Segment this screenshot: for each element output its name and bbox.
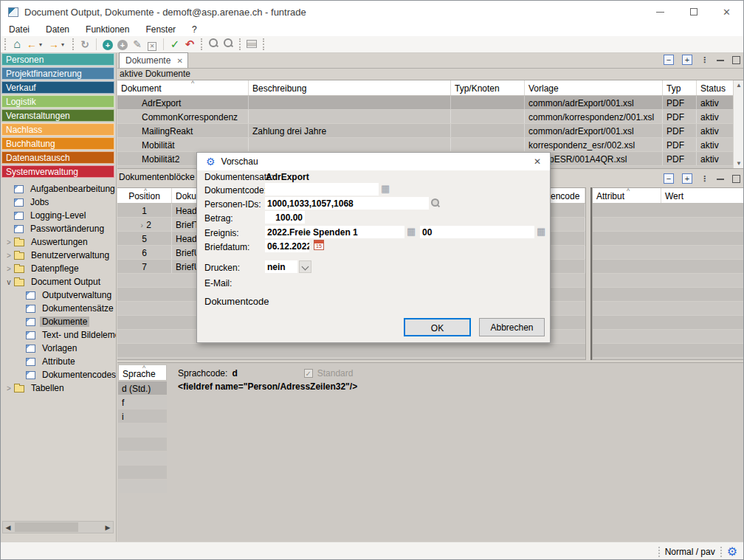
expand-all-icon[interactable]: + <box>682 173 692 184</box>
minimize-button[interactable] <box>644 1 677 23</box>
tree-item-jobs[interactable]: Jobs <box>1 196 116 209</box>
expand-all-icon[interactable]: + <box>682 55 692 65</box>
pane-grip-icon[interactable]: ⋮ <box>700 55 709 65</box>
tree-item-logging-level[interactable]: Logging-Level <box>1 209 116 222</box>
edit-icon[interactable]: ✎ <box>130 37 145 52</box>
language-row-i[interactable]: i <box>118 409 167 423</box>
home-icon[interactable]: ⌂ <box>10 37 24 52</box>
add-secondary-icon[interactable]: + <box>117 40 128 50</box>
sidebar-horizontal-scrollbar[interactable]: ◀ ▶ <box>2 521 114 533</box>
refresh-icon[interactable]: ↻ <box>78 37 92 52</box>
collapse-all-icon[interactable]: − <box>664 173 674 184</box>
dialog-close-icon[interactable]: ✕ <box>534 156 541 167</box>
chevron-right-icon[interactable]: > <box>4 384 14 393</box>
tree-item-passwortaenderung[interactable]: Passwortänderung <box>1 222 116 235</box>
person-search-icon[interactable] <box>430 198 441 208</box>
tree-item-aufgabenbearbeitung[interactable]: Aufgabenbearbeitung <box>1 182 116 196</box>
column-dokument[interactable]: Dokument^ <box>117 80 249 95</box>
tree-item-dokumentencodes[interactable]: Dokumentencodes <box>1 368 116 381</box>
column-status[interactable]: Status <box>697 80 734 95</box>
maximize-button[interactable] <box>677 1 710 23</box>
scroll-right-icon[interactable]: ▶ <box>103 524 113 531</box>
column-dokumentencode[interactable]: encode <box>551 191 579 201</box>
briefdatum-input[interactable]: 06.12.2022 <box>265 240 309 252</box>
table-row[interactable]: AdrExport common/adrExport/001.xsl PDF a… <box>117 96 744 110</box>
confirm-icon[interactable]: ✓ <box>168 37 182 52</box>
chevron-right-icon[interactable]: > <box>4 252 14 260</box>
tree-item-vorlagen[interactable]: Vorlagen <box>1 342 116 355</box>
lookup-grid-icon[interactable]: ▦ <box>407 227 416 236</box>
cancel-button[interactable]: Abbrechen <box>479 318 545 336</box>
sidebar-category-veranstaltungen[interactable]: Veranstaltungen <box>1 109 114 122</box>
ok-button[interactable]: OK <box>404 318 471 336</box>
pane-minimize-icon[interactable] <box>717 60 724 61</box>
sidebar-category-buchhaltung[interactable]: Buchhaltung <box>1 137 114 150</box>
table-row[interactable]: CommonKorrespondenz common/korrespondenz… <box>117 110 744 124</box>
pane-grip-icon[interactable]: ⋮ <box>700 174 709 184</box>
tree-item-auswertungen[interactable]: >Auswertungen <box>1 235 116 249</box>
ereignis-code-input[interactable]: 00 <box>420 226 534 238</box>
tree-item-tabellen[interactable]: >Tabellen <box>1 381 116 395</box>
menu-funktionen[interactable]: Funktionen <box>78 24 137 35</box>
column-attribut[interactable]: Attribut^ <box>593 188 661 203</box>
back-icon[interactable]: ← <box>24 37 39 52</box>
tab-close-icon[interactable]: ✕ <box>176 57 182 65</box>
expand-row-icon[interactable]: › <box>137 221 146 229</box>
add-icon[interactable]: + <box>103 40 113 50</box>
pane-splitter[interactable] <box>586 187 592 360</box>
tab-dokumente[interactable]: Dokumente ✕ <box>119 52 188 68</box>
delete-icon[interactable]: ✕ <box>148 42 156 51</box>
tree-item-dokumentensaetze[interactable]: Dokumentensätze <box>1 302 116 315</box>
scroll-down-icon[interactable]: ▼ <box>736 160 742 167</box>
chevron-right-icon[interactable]: > <box>4 238 14 246</box>
forward-dropdown-icon[interactable]: ▾ <box>61 41 69 48</box>
lookup-grid-icon[interactable]: ▦ <box>537 227 545 236</box>
betrag-input[interactable]: 100.00 <box>265 211 305 224</box>
search-secondary-icon[interactable] <box>223 38 233 48</box>
back-dropdown-icon[interactable]: ▾ <box>39 41 46 48</box>
sidebar-category-logistik[interactable]: Logistik <box>1 95 114 108</box>
dokumentcode-input[interactable] <box>265 183 379 196</box>
print-icon[interactable] <box>247 40 257 48</box>
tree-item-document-output[interactable]: vDocument Output <box>1 275 116 288</box>
forward-icon[interactable]: → <box>46 37 61 52</box>
table-row[interactable]: MailingReakt Zahlung drei Jahre common/a… <box>117 124 744 138</box>
documents-vertical-scrollbar[interactable]: ▲ ▼ <box>733 80 744 168</box>
sidebar-category-systemverwaltung[interactable]: Systemverwaltung <box>1 165 114 178</box>
scrollbar-thumb[interactable] <box>15 522 78 532</box>
scroll-left-icon[interactable]: ◀ <box>3 524 13 531</box>
column-typ[interactable]: Typ <box>663 80 697 95</box>
tree-item-attribute[interactable]: Attribute <box>1 355 116 368</box>
ereignis-input[interactable]: 2022.Freie Spenden 1 <box>265 226 404 238</box>
column-sprache[interactable]: Sprache^ <box>118 364 167 381</box>
column-wert[interactable]: Wert <box>661 188 744 203</box>
table-row[interactable]: Mobilität korrespondenz_esr/002.xsl PDF … <box>117 138 744 152</box>
lookup-grid-icon[interactable]: ▦ <box>381 184 390 193</box>
undo-icon[interactable]: ↶ <box>182 37 197 52</box>
search-icon[interactable] <box>208 38 218 48</box>
sidebar-category-nachlass[interactable]: Nachlass <box>1 123 114 136</box>
pane-minimize-icon[interactable] <box>717 179 724 180</box>
chevron-right-icon[interactable]: > <box>4 265 14 273</box>
menu-fenster[interactable]: Fenster <box>137 24 184 35</box>
pane-maximize-icon[interactable] <box>732 175 740 183</box>
personen-ids-input[interactable]: 1000,1033,1057,1068 <box>265 197 429 210</box>
menu-help[interactable]: ? <box>184 24 205 35</box>
collapse-all-icon[interactable]: − <box>664 55 674 65</box>
settings-gear-icon[interactable]: ⚙ <box>727 545 737 559</box>
tree-item-benutzerverwaltung[interactable]: >Benutzerverwaltung <box>1 249 116 262</box>
sidebar-category-projektfinanzierung[interactable]: Projektfinanzierung <box>1 67 114 80</box>
column-position[interactable]: Position^ <box>117 188 172 203</box>
sidebar-category-personen[interactable]: Personen <box>1 53 114 66</box>
sidebar-category-verkauf[interactable]: Verkauf <box>1 81 114 94</box>
standard-checkbox[interactable]: ✓ <box>304 369 313 378</box>
column-typ-knoten[interactable]: Typ/Knoten <box>451 80 525 95</box>
language-row-f[interactable]: f <box>118 395 167 409</box>
tree-item-dokumente[interactable]: Dokumente <box>1 315 116 328</box>
column-vorlage[interactable]: Vorlage <box>525 80 663 95</box>
language-row-d[interactable]: d (Std.) <box>118 381 167 395</box>
tree-item-text-und-bildelemente[interactable]: Text- und Bildeleme <box>1 328 116 342</box>
pane-maximize-icon[interactable] <box>732 56 740 64</box>
scroll-up-icon[interactable]: ▲ <box>736 82 742 89</box>
menu-daten[interactable]: Daten <box>38 24 78 35</box>
